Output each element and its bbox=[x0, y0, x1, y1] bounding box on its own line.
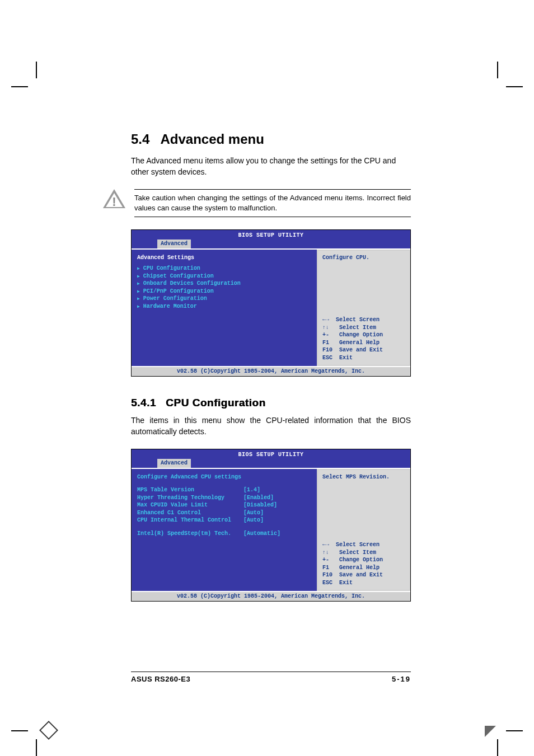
bios-setting-row: Enhanced C1 Control[Auto] bbox=[137, 509, 311, 517]
bios-setting-row: Hyper Threading Technology[Enabled] bbox=[137, 494, 311, 502]
bios-setting-label: MPS Table Version bbox=[137, 486, 243, 494]
bios-setting-row: Max CPUID Value Limit[Disabled] bbox=[137, 501, 311, 509]
bios-tab-advanced: Advanced bbox=[157, 459, 191, 468]
bios-setting-value: [Enabled] bbox=[243, 494, 274, 502]
bios-setting-value: [1.4] bbox=[243, 486, 260, 494]
bios-left-heading: Configure Advanced CPU settings bbox=[137, 473, 311, 481]
bios-setting-value: [Disabled] bbox=[243, 501, 277, 509]
subsection-intro: The items in this menu show the CPU-rela… bbox=[131, 415, 411, 438]
page-footer: ASUS RS260-E3 5-19 bbox=[131, 672, 411, 683]
bios-menu-item: Chipset Configuration bbox=[137, 273, 311, 280]
bios-footer: v02.58 (C)Copyright 1985-2004, American … bbox=[132, 366, 410, 376]
bios-screenshot-advanced: BIOS SETUP UTILITY Advanced Advanced Set… bbox=[131, 229, 411, 377]
bios-nav-help: ←→ Select Screen ↑↓ Select Item +- Chang… bbox=[322, 316, 405, 361]
bios-title: BIOS SETUP UTILITY bbox=[132, 449, 410, 459]
bios-title: BIOS SETUP UTILITY bbox=[132, 230, 410, 240]
bios-menu-item: PCI/PnP Configuration bbox=[137, 288, 311, 295]
section-title-text: Advanced menu bbox=[161, 132, 264, 147]
footer-product: ASUS RS260-E3 bbox=[131, 675, 190, 683]
bios-tab-advanced: Advanced bbox=[157, 240, 191, 248]
caution-text: Take caution when changing the settings … bbox=[134, 189, 411, 217]
bios-footer: v02.58 (C)Copyright 1985-2004, American … bbox=[132, 591, 410, 601]
subsection-title-text: CPU Configuration bbox=[166, 397, 265, 408]
bios-screenshot-cpu-config: BIOS SETUP UTILITY Advanced Configure Ad… bbox=[131, 449, 411, 602]
caution-box: ! Take caution when changing the setting… bbox=[103, 189, 411, 217]
bios-setting-row: CPU Internal Thermal Control[Auto] bbox=[137, 516, 311, 524]
bios-setting-value: [Auto] bbox=[243, 516, 264, 524]
subsection-number: 5.4.1 bbox=[131, 397, 156, 408]
bios-setting-row: MPS Table Version[1.4] bbox=[137, 486, 311, 494]
bios-menu-item: Hardware Monitor bbox=[137, 303, 311, 311]
subsection-heading: 5.4.1 CPU Configuration bbox=[131, 397, 411, 409]
bios-setting-label: Intel(R) SpeedStep(tm) Tech. bbox=[137, 530, 243, 538]
bios-menu-item: CPU Configuration bbox=[137, 265, 311, 273]
section-intro: The Advanced menu items allow you to cha… bbox=[131, 155, 411, 178]
bios-setting-label: Hyper Threading Technology bbox=[137, 494, 243, 502]
bios-setting-label: CPU Internal Thermal Control bbox=[137, 516, 243, 524]
bios-setting-label: Enhanced C1 Control bbox=[137, 509, 243, 517]
bios-menu-item: Onboard Devices Configuration bbox=[137, 280, 311, 288]
bios-help-text: Select MPS Revision. bbox=[322, 473, 405, 481]
section-number: 5.4 bbox=[131, 132, 149, 147]
bios-help-text: Configure CPU. bbox=[322, 254, 405, 262]
bios-nav-help: ←→ Select Screen ↑↓ Select Item +- Chang… bbox=[322, 541, 405, 586]
bios-menu-item: Power Configuration bbox=[137, 295, 311, 303]
bios-setting-row: Intel(R) SpeedStep(tm) Tech.[Automatic] bbox=[137, 530, 311, 538]
caution-icon: ! bbox=[103, 189, 125, 209]
bios-left-heading: Advanced Settings bbox=[137, 254, 311, 262]
bios-setting-value: [Auto] bbox=[243, 509, 264, 517]
footer-page-number: 5-19 bbox=[392, 675, 411, 683]
bios-setting-value: [Automatic] bbox=[243, 530, 280, 538]
bios-setting-label: Max CPUID Value Limit bbox=[137, 501, 243, 509]
section-heading: 5.4 Advanced menu bbox=[131, 132, 411, 147]
